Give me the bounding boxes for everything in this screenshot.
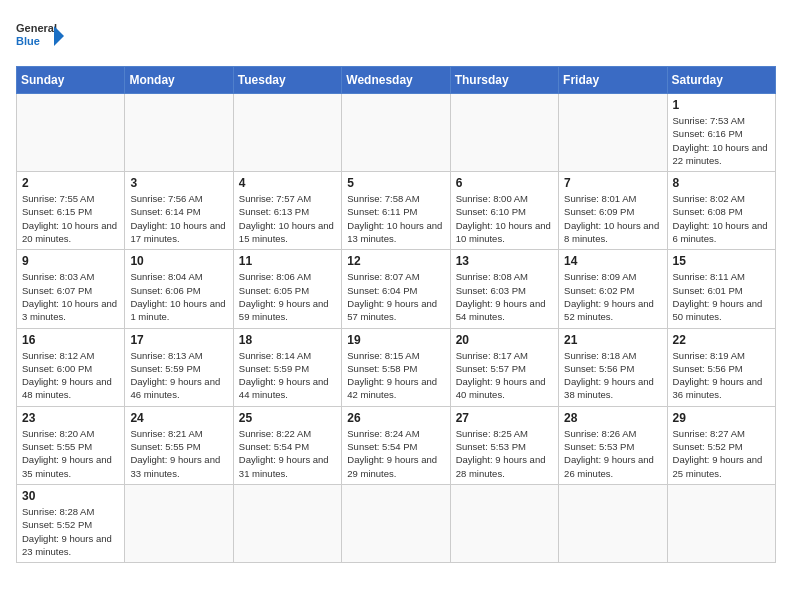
calendar-cell [450, 484, 558, 562]
day-number: 2 [22, 176, 119, 190]
day-info: Sunrise: 7:56 AM Sunset: 6:14 PM Dayligh… [130, 192, 227, 245]
day-info: Sunrise: 8:00 AM Sunset: 6:10 PM Dayligh… [456, 192, 553, 245]
weekday-header-saturday: Saturday [667, 67, 775, 94]
day-info: Sunrise: 8:17 AM Sunset: 5:57 PM Dayligh… [456, 349, 553, 402]
calendar-cell: 17Sunrise: 8:13 AM Sunset: 5:59 PM Dayli… [125, 328, 233, 406]
logo: GeneralBlue [16, 16, 66, 56]
day-number: 25 [239, 411, 336, 425]
calendar-cell: 13Sunrise: 8:08 AM Sunset: 6:03 PM Dayli… [450, 250, 558, 328]
day-number: 29 [673, 411, 770, 425]
calendar-cell [559, 484, 667, 562]
day-number: 30 [22, 489, 119, 503]
svg-text:General: General [16, 22, 57, 34]
calendar-cell: 16Sunrise: 8:12 AM Sunset: 6:00 PM Dayli… [17, 328, 125, 406]
day-info: Sunrise: 8:06 AM Sunset: 6:05 PM Dayligh… [239, 270, 336, 323]
calendar-cell: 8Sunrise: 8:02 AM Sunset: 6:08 PM Daylig… [667, 172, 775, 250]
day-info: Sunrise: 8:22 AM Sunset: 5:54 PM Dayligh… [239, 427, 336, 480]
calendar-cell [233, 484, 341, 562]
day-number: 19 [347, 333, 444, 347]
calendar-cell: 23Sunrise: 8:20 AM Sunset: 5:55 PM Dayli… [17, 406, 125, 484]
day-number: 22 [673, 333, 770, 347]
day-number: 10 [130, 254, 227, 268]
day-info: Sunrise: 8:14 AM Sunset: 5:59 PM Dayligh… [239, 349, 336, 402]
day-number: 14 [564, 254, 661, 268]
day-number: 27 [456, 411, 553, 425]
day-number: 6 [456, 176, 553, 190]
day-info: Sunrise: 8:25 AM Sunset: 5:53 PM Dayligh… [456, 427, 553, 480]
day-info: Sunrise: 8:07 AM Sunset: 6:04 PM Dayligh… [347, 270, 444, 323]
logo-svg: GeneralBlue [16, 16, 66, 56]
calendar-cell: 1Sunrise: 7:53 AM Sunset: 6:16 PM Daylig… [667, 94, 775, 172]
weekday-header-tuesday: Tuesday [233, 67, 341, 94]
calendar-cell [125, 484, 233, 562]
weekday-header-friday: Friday [559, 67, 667, 94]
day-number: 12 [347, 254, 444, 268]
calendar-cell: 7Sunrise: 8:01 AM Sunset: 6:09 PM Daylig… [559, 172, 667, 250]
calendar-cell [667, 484, 775, 562]
calendar-cell [342, 484, 450, 562]
calendar-cell: 28Sunrise: 8:26 AM Sunset: 5:53 PM Dayli… [559, 406, 667, 484]
day-info: Sunrise: 8:15 AM Sunset: 5:58 PM Dayligh… [347, 349, 444, 402]
day-number: 8 [673, 176, 770, 190]
calendar-cell [342, 94, 450, 172]
day-info: Sunrise: 8:19 AM Sunset: 5:56 PM Dayligh… [673, 349, 770, 402]
day-info: Sunrise: 7:55 AM Sunset: 6:15 PM Dayligh… [22, 192, 119, 245]
day-info: Sunrise: 8:28 AM Sunset: 5:52 PM Dayligh… [22, 505, 119, 558]
calendar-cell: 21Sunrise: 8:18 AM Sunset: 5:56 PM Dayli… [559, 328, 667, 406]
calendar-cell: 30Sunrise: 8:28 AM Sunset: 5:52 PM Dayli… [17, 484, 125, 562]
day-info: Sunrise: 8:12 AM Sunset: 6:00 PM Dayligh… [22, 349, 119, 402]
day-info: Sunrise: 8:26 AM Sunset: 5:53 PM Dayligh… [564, 427, 661, 480]
day-number: 7 [564, 176, 661, 190]
calendar-cell [559, 94, 667, 172]
day-info: Sunrise: 7:57 AM Sunset: 6:13 PM Dayligh… [239, 192, 336, 245]
day-number: 24 [130, 411, 227, 425]
weekday-header-monday: Monday [125, 67, 233, 94]
day-info: Sunrise: 8:04 AM Sunset: 6:06 PM Dayligh… [130, 270, 227, 323]
calendar-cell [450, 94, 558, 172]
day-number: 18 [239, 333, 336, 347]
day-number: 15 [673, 254, 770, 268]
day-info: Sunrise: 8:08 AM Sunset: 6:03 PM Dayligh… [456, 270, 553, 323]
day-info: Sunrise: 8:03 AM Sunset: 6:07 PM Dayligh… [22, 270, 119, 323]
calendar-cell [17, 94, 125, 172]
weekday-header-thursday: Thursday [450, 67, 558, 94]
calendar-cell: 24Sunrise: 8:21 AM Sunset: 5:55 PM Dayli… [125, 406, 233, 484]
calendar-cell: 25Sunrise: 8:22 AM Sunset: 5:54 PM Dayli… [233, 406, 341, 484]
calendar-cell: 6Sunrise: 8:00 AM Sunset: 6:10 PM Daylig… [450, 172, 558, 250]
calendar-week-row: 9Sunrise: 8:03 AM Sunset: 6:07 PM Daylig… [17, 250, 776, 328]
day-number: 16 [22, 333, 119, 347]
calendar-cell: 10Sunrise: 8:04 AM Sunset: 6:06 PM Dayli… [125, 250, 233, 328]
day-info: Sunrise: 8:09 AM Sunset: 6:02 PM Dayligh… [564, 270, 661, 323]
calendar-cell: 27Sunrise: 8:25 AM Sunset: 5:53 PM Dayli… [450, 406, 558, 484]
calendar-cell: 4Sunrise: 7:57 AM Sunset: 6:13 PM Daylig… [233, 172, 341, 250]
calendar-cell: 9Sunrise: 8:03 AM Sunset: 6:07 PM Daylig… [17, 250, 125, 328]
day-number: 17 [130, 333, 227, 347]
day-info: Sunrise: 8:11 AM Sunset: 6:01 PM Dayligh… [673, 270, 770, 323]
calendar-week-row: 23Sunrise: 8:20 AM Sunset: 5:55 PM Dayli… [17, 406, 776, 484]
day-number: 3 [130, 176, 227, 190]
calendar-week-row: 2Sunrise: 7:55 AM Sunset: 6:15 PM Daylig… [17, 172, 776, 250]
calendar-cell: 18Sunrise: 8:14 AM Sunset: 5:59 PM Dayli… [233, 328, 341, 406]
day-info: Sunrise: 8:02 AM Sunset: 6:08 PM Dayligh… [673, 192, 770, 245]
day-info: Sunrise: 8:18 AM Sunset: 5:56 PM Dayligh… [564, 349, 661, 402]
calendar-cell: 15Sunrise: 8:11 AM Sunset: 6:01 PM Dayli… [667, 250, 775, 328]
calendar-week-row: 30Sunrise: 8:28 AM Sunset: 5:52 PM Dayli… [17, 484, 776, 562]
calendar-week-row: 1Sunrise: 7:53 AM Sunset: 6:16 PM Daylig… [17, 94, 776, 172]
day-number: 5 [347, 176, 444, 190]
calendar-cell: 26Sunrise: 8:24 AM Sunset: 5:54 PM Dayli… [342, 406, 450, 484]
calendar-cell: 12Sunrise: 8:07 AM Sunset: 6:04 PM Dayli… [342, 250, 450, 328]
day-info: Sunrise: 7:53 AM Sunset: 6:16 PM Dayligh… [673, 114, 770, 167]
calendar-cell [125, 94, 233, 172]
day-number: 13 [456, 254, 553, 268]
weekday-header-wednesday: Wednesday [342, 67, 450, 94]
calendar-cell: 20Sunrise: 8:17 AM Sunset: 5:57 PM Dayli… [450, 328, 558, 406]
calendar-cell: 19Sunrise: 8:15 AM Sunset: 5:58 PM Dayli… [342, 328, 450, 406]
svg-text:Blue: Blue [16, 35, 40, 47]
day-info: Sunrise: 8:20 AM Sunset: 5:55 PM Dayligh… [22, 427, 119, 480]
day-info: Sunrise: 8:24 AM Sunset: 5:54 PM Dayligh… [347, 427, 444, 480]
day-number: 1 [673, 98, 770, 112]
day-number: 20 [456, 333, 553, 347]
day-info: Sunrise: 8:21 AM Sunset: 5:55 PM Dayligh… [130, 427, 227, 480]
weekday-header-row: SundayMondayTuesdayWednesdayThursdayFrid… [17, 67, 776, 94]
day-info: Sunrise: 7:58 AM Sunset: 6:11 PM Dayligh… [347, 192, 444, 245]
